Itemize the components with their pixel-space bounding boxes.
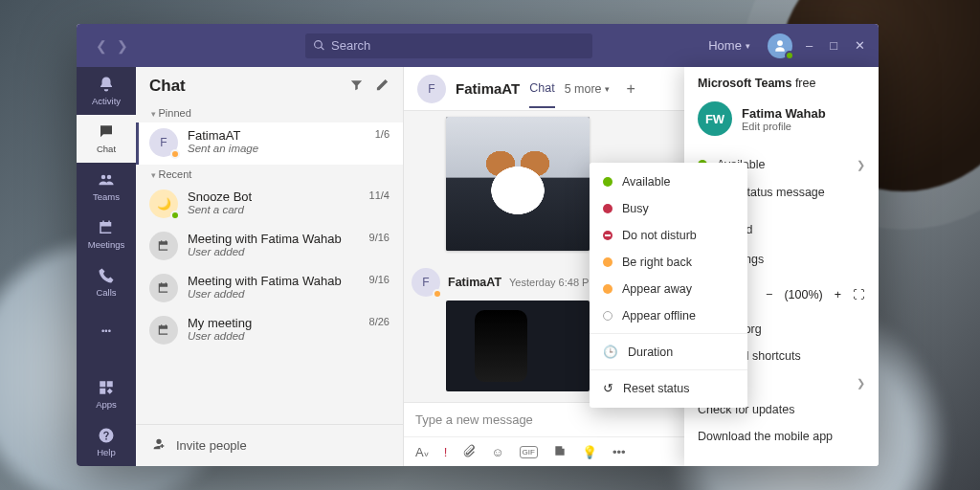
calendar-icon bbox=[98, 219, 115, 236]
status-option-dnd[interactable]: Do not disturb bbox=[590, 222, 747, 249]
chat-icon bbox=[98, 123, 115, 141]
chat-row[interactable]: 🌙 Snooze Bot Sent a card 11/4 bbox=[136, 184, 403, 226]
chat-row[interactable]: F FatimaAT Sent an image 1/6 bbox=[136, 122, 403, 165]
status-menu: Available Busy Do not disturb Be right b… bbox=[590, 163, 747, 408]
nav-forward-icon[interactable]: ❯ bbox=[117, 38, 128, 54]
presence-available-icon bbox=[785, 51, 794, 60]
stream-icon[interactable]: 💡 bbox=[582, 445, 597, 459]
invite-icon bbox=[151, 436, 167, 455]
chat-row[interactable]: My meeting User added 8/26 bbox=[136, 310, 403, 352]
filter-icon[interactable] bbox=[349, 78, 364, 95]
product-title: Microsoft Teams free bbox=[684, 73, 879, 94]
rail-apps[interactable]: Apps bbox=[77, 370, 136, 418]
teams-window: ❮ ❯ Search Home ▾ – □ ✕ Activity Cha bbox=[77, 24, 879, 466]
status-option-offline[interactable]: Appear offline bbox=[590, 302, 747, 329]
status-duration[interactable]: 🕒Duration bbox=[590, 338, 747, 366]
phone-icon bbox=[98, 267, 115, 284]
chat-row[interactable]: Meeting with Fatima Wahab User added 9/1… bbox=[136, 268, 403, 310]
mobile-link[interactable]: Download the mobile app bbox=[684, 423, 879, 450]
add-tab-button[interactable]: + bbox=[627, 80, 635, 98]
presence-away-icon bbox=[433, 289, 442, 299]
chat-title: Chat bbox=[149, 77, 338, 96]
home-dropdown[interactable]: Home ▾ bbox=[708, 38, 750, 53]
compose-icon[interactable] bbox=[375, 78, 390, 95]
sticker-icon[interactable] bbox=[553, 444, 567, 460]
more-icon[interactable]: ••• bbox=[612, 445, 626, 459]
reset-icon: ↺ bbox=[603, 381, 613, 395]
message-timestamp: Yesterday 6:48 PM bbox=[509, 277, 598, 288]
signout-link[interactable]: Sign out bbox=[684, 457, 879, 466]
presence-away-icon bbox=[170, 149, 180, 159]
rail-teams[interactable]: Teams bbox=[77, 163, 136, 211]
search-placeholder: Search bbox=[331, 38, 370, 53]
bell-icon bbox=[98, 76, 115, 93]
meeting-avatar bbox=[149, 316, 178, 345]
invite-people-button[interactable]: Invite people bbox=[136, 424, 403, 466]
help-icon bbox=[98, 427, 115, 444]
search-icon bbox=[313, 39, 325, 52]
app-rail: Activity Chat Teams Meetings Calls ••• A… bbox=[77, 67, 136, 466]
rail-activity[interactable]: Activity bbox=[77, 67, 136, 115]
gif-icon[interactable]: GIF bbox=[520, 446, 538, 458]
chat-avatar: F bbox=[149, 128, 178, 157]
rail-calls[interactable]: Calls bbox=[77, 258, 136, 306]
profile-avatar: FW bbox=[698, 101, 732, 136]
window-maximize-button[interactable]: □ bbox=[830, 38, 837, 53]
pinned-section-label[interactable]: Pinned bbox=[136, 103, 403, 122]
tab-chat[interactable]: Chat bbox=[529, 81, 554, 108]
bot-avatar: 🌙 bbox=[149, 189, 178, 218]
status-option-away[interactable]: Appear away bbox=[590, 276, 747, 302]
priority-icon[interactable]: ! bbox=[444, 445, 448, 459]
titlebar: ❮ ❯ Search Home ▾ – □ ✕ bbox=[77, 24, 879, 67]
chat-sidebar: Chat Pinned F FatimaAT Sent an image 1/6… bbox=[136, 67, 404, 466]
status-option-available[interactable]: Available bbox=[590, 168, 747, 195]
recent-section-label[interactable]: Recent bbox=[136, 165, 403, 184]
emoji-icon[interactable]: ☺ bbox=[491, 445, 503, 459]
meeting-avatar bbox=[149, 274, 178, 302]
message-avatar: F bbox=[412, 268, 440, 297]
message-author: FatimaAT bbox=[448, 276, 501, 289]
rail-chat[interactable]: Chat bbox=[77, 115, 136, 163]
tab-more-dropdown[interactable]: 5 more▾ bbox=[565, 82, 610, 96]
chevron-down-icon: ▾ bbox=[746, 41, 750, 51]
attach-icon[interactable] bbox=[462, 444, 476, 460]
status-option-busy[interactable]: Busy bbox=[590, 195, 747, 222]
zoom-value: (100%) bbox=[784, 288, 822, 301]
zoom-out-button[interactable]: − bbox=[766, 288, 772, 301]
format-icon[interactable]: Aᵥ bbox=[415, 445, 429, 459]
window-close-button[interactable]: ✕ bbox=[855, 38, 865, 53]
message-image[interactable] bbox=[446, 301, 590, 391]
conversation-avatar: F bbox=[417, 75, 446, 103]
apps-icon bbox=[98, 379, 115, 396]
edit-profile-link[interactable]: Edit profile bbox=[742, 121, 826, 132]
clock-icon: 🕒 bbox=[603, 345, 618, 359]
chevron-down-icon: ▾ bbox=[605, 84, 610, 94]
fullscreen-icon[interactable]: ⛶ bbox=[853, 288, 865, 301]
moon-icon: 🌙 bbox=[157, 197, 171, 211]
chevron-right-icon: ❯ bbox=[857, 159, 865, 171]
rail-help[interactable]: Help bbox=[77, 418, 136, 466]
message-image[interactable] bbox=[446, 117, 590, 251]
presence-available-icon bbox=[170, 211, 180, 220]
conversation-title: FatimaAT bbox=[456, 80, 520, 97]
teams-icon bbox=[98, 171, 115, 189]
chevron-right-icon: ❯ bbox=[857, 377, 865, 390]
window-minimize-button[interactable]: – bbox=[806, 38, 813, 53]
rail-more[interactable]: ••• bbox=[77, 306, 136, 354]
profile-avatar-button[interactable] bbox=[768, 33, 792, 58]
chat-row[interactable]: Meeting with Fatima Wahab User added 9/1… bbox=[136, 226, 403, 268]
search-input[interactable]: Search bbox=[305, 33, 592, 58]
zoom-in-button[interactable]: + bbox=[835, 288, 841, 301]
rail-meetings[interactable]: Meetings bbox=[77, 211, 136, 258]
meeting-avatar bbox=[149, 232, 178, 260]
status-option-brb[interactable]: Be right back bbox=[590, 249, 747, 276]
nav-back-icon[interactable]: ❮ bbox=[96, 38, 107, 54]
profile-user-row[interactable]: FW Fatima Wahab Edit profile bbox=[684, 94, 879, 144]
status-reset[interactable]: ↺Reset status bbox=[590, 374, 747, 402]
ellipsis-icon: ••• bbox=[101, 325, 111, 336]
